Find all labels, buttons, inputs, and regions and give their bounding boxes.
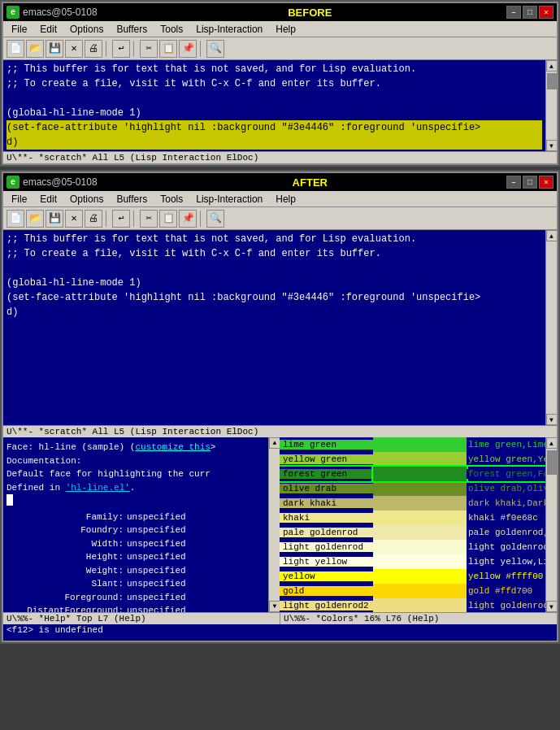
color-row-3[interactable]: olive drabolive drab,Oliv — [280, 481, 545, 496]
color-scroll-up[interactable]: ▲ — [546, 437, 558, 449]
before-close-btn[interactable]: ✕ — [539, 6, 553, 19]
after-menu-edit[interactable]: Edit — [33, 192, 63, 206]
after-editor-content[interactable]: ;; This buffer is for text that is not s… — [3, 230, 545, 425]
after-toolbar-copy[interactable]: 📋 — [159, 210, 177, 228]
before-menu-lisp[interactable]: Lisp-Interaction — [189, 22, 269, 37]
color-name-10: gold — [280, 586, 373, 596]
hl-line-el-link[interactable]: 'hl-line.el' — [66, 483, 130, 493]
color-swatch-5 — [373, 511, 467, 525]
attr-slant-label: Slant: — [13, 577, 127, 591]
before-menu-file[interactable]: File — [5, 22, 33, 37]
customize-link[interactable]: customize this — [135, 442, 210, 452]
left-panel-scroll-up[interactable]: ▲ — [269, 437, 280, 449]
before-scrollbar-down[interactable]: ▼ — [546, 140, 558, 151]
after-menu-options[interactable]: Options — [63, 192, 110, 206]
after-minimize-btn[interactable]: – — [506, 176, 521, 189]
before-toolbar-search[interactable]: 🔍 — [206, 40, 224, 58]
before-toolbar-paste[interactable]: 📌 — [179, 40, 197, 58]
color-row-4[interactable]: dark khakidark khaki,Dark — [280, 496, 545, 511]
color-row-0[interactable]: lime greenlime green,Lime — [280, 437, 545, 452]
after-menu-buffers[interactable]: Buffers — [110, 192, 154, 206]
before-editor-scrollbar: ▲ ▼ — [545, 60, 557, 151]
color-name-8: light yellow — [280, 557, 373, 567]
after-menu-tools[interactable]: Tools — [154, 192, 189, 206]
after-menu-file[interactable]: File — [5, 192, 33, 206]
after-toolbar-search[interactable]: 🔍 — [206, 210, 224, 228]
before-scrollbar-thumb[interactable] — [547, 73, 557, 89]
before-scrollbar-up[interactable]: ▲ — [546, 60, 558, 72]
color-row-11[interactable]: light goldenrod2light goldenrod — [280, 598, 545, 612]
color-row-8[interactable]: light yellowlight yellow,Li — [280, 554, 545, 569]
color-row-10[interactable]: goldgold #ffd700 — [280, 584, 545, 598]
bottom-panel: Face: hl-line (sample) (customize this> … — [3, 437, 557, 612]
before-toolbar-save[interactable]: 💾 — [46, 40, 63, 58]
before-toolbar-print[interactable]: 🖨 — [85, 40, 102, 58]
after-toolbar-close[interactable]: ✕ — [65, 210, 83, 228]
before-editor-window: e emacs@05-0108 BEFORE – □ ✕ File Edit O… — [2, 2, 558, 165]
color-name-7: light goldenrod — [280, 542, 373, 552]
color-swatch-0 — [373, 437, 467, 452]
color-scroll-down[interactable]: ▼ — [546, 601, 558, 612]
cursor-block — [7, 494, 13, 506]
color-scrollbar-thumb[interactable] — [547, 450, 557, 475]
after-app-icon: e — [7, 176, 20, 189]
after-appname: emacs@05-0108 — [23, 176, 98, 188]
after-titlebar: e emacs@05-0108 AFTER – □ ✕ — [3, 173, 557, 191]
before-menu-help[interactable]: Help — [269, 22, 302, 37]
after-close-btn[interactable]: ✕ — [539, 176, 553, 189]
after-menu-help[interactable]: Help — [269, 192, 302, 206]
before-toolbar-new[interactable]: 📄 — [7, 40, 24, 58]
color-text-10: gold #ffd700 — [467, 586, 545, 596]
before-toolbar-copy[interactable]: 📋 — [159, 40, 177, 58]
doc-label: Documentation: — [7, 454, 276, 468]
before-toolbar-sep1 — [106, 41, 109, 57]
color-row-1[interactable]: yellow greenyellow green,Ye — [280, 452, 545, 467]
after-toolbar-undo[interactable]: ↩ — [112, 210, 130, 228]
after-toolbar-new[interactable]: 📄 — [7, 210, 24, 228]
attr-weight: Weight: unspecified — [13, 564, 276, 578]
after-comment-1: ;; This buffer is for text that is not s… — [7, 233, 416, 245]
after-scrollbar-down[interactable]: ▼ — [546, 414, 558, 425]
before-menu-tools[interactable]: Tools — [154, 22, 189, 37]
color-row-6[interactable]: pale goldenrodpale goldenrod, — [280, 525, 545, 540]
after-titlebar-left: e emacs@05-0108 — [7, 176, 98, 189]
before-app-icon: e — [7, 6, 20, 19]
before-maximize-btn[interactable]: □ — [523, 6, 537, 19]
color-row-7[interactable]: light goldenrodlight goldenrod, — [280, 540, 545, 554]
attr-width: Width: unspecified — [13, 537, 276, 551]
after-line-6: d) — [7, 305, 542, 319]
before-toolbar-close[interactable]: ✕ — [65, 40, 83, 58]
before-menu-buffers[interactable]: Buffers — [110, 22, 154, 37]
before-toolbar-undo[interactable]: ↩ — [112, 40, 130, 58]
help-statusbar: U\%%- *Help* Top L7 (Help) — [3, 612, 280, 624]
before-menu-edit[interactable]: Edit — [33, 22, 63, 37]
cursor-line — [7, 494, 276, 511]
before-minimize-btn[interactable]: – — [506, 6, 521, 19]
after-toolbar-open[interactable]: 📂 — [26, 210, 44, 228]
color-row-5[interactable]: khakikhaki #f0e68c — [280, 511, 545, 525]
after-toolbar-cut[interactable]: ✂ — [140, 210, 158, 228]
after-toolbar-save[interactable]: 💾 — [46, 210, 63, 228]
left-panel-scroll-down[interactable]: ▼ — [269, 601, 280, 612]
before-toolbar-cut[interactable]: ✂ — [140, 40, 158, 58]
color-row-2[interactable]: forest greenforest green,Fo — [280, 467, 545, 481]
after-toolbar-paste[interactable]: 📌 — [179, 210, 197, 228]
after-line-4: (global-hl-line-mode 1) — [7, 276, 542, 290]
color-text-9: yellow #ffff00 — [467, 571, 545, 581]
after-scrollbar-up[interactable]: ▲ — [546, 230, 558, 241]
after-toolbar-sep1 — [106, 211, 109, 227]
after-line-3 — [7, 261, 542, 276]
attr-distantforeground-value: unspecified — [127, 604, 186, 612]
after-toolbar-sep2 — [133, 211, 137, 227]
before-toolbar-open[interactable]: 📂 — [26, 40, 44, 58]
before-editor-content[interactable]: ;; This buffer is for text that is not s… — [3, 60, 545, 151]
after-title: AFTER — [293, 176, 328, 189]
after-toolbar-print[interactable]: 🖨 — [85, 210, 102, 228]
after-line-1: ;; This buffer is for text that is not s… — [7, 232, 542, 246]
after-editor-window: e emacs@05-0108 AFTER – □ ✕ File Edit Op… — [2, 172, 558, 642]
before-menu-options[interactable]: Options — [63, 22, 110, 37]
color-row-9[interactable]: yellowyellow #ffff00 — [280, 569, 545, 584]
after-menu-lisp[interactable]: Lisp-Interaction — [189, 192, 269, 206]
after-maximize-btn[interactable]: □ — [523, 176, 537, 189]
color-name-5: khaki — [280, 513, 373, 523]
